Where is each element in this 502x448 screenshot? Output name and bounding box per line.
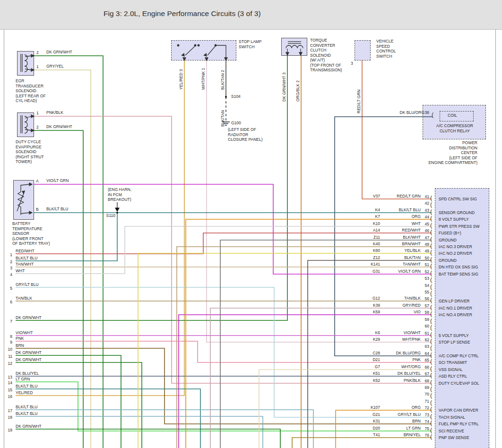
pcm-pin-connector: (	[430, 359, 432, 364]
wire-brn-wht	[177, 247, 432, 448]
splice-dot-s104	[225, 96, 227, 98]
wire-vertical-label: YEL/RED 3	[179, 69, 183, 90]
pcm-wire-color: BRN	[381, 419, 421, 423]
pcm-wire-color: PNK/BLK	[381, 378, 421, 383]
vss-caption: VEHICLE SPEED CONTROL SWITCH	[376, 39, 396, 59]
pcm-wire-color: ORG	[381, 405, 421, 410]
wire-vertical-label: RED/LT GRN	[356, 89, 361, 113]
stub-wire-label: BLK/LT BLU	[16, 405, 37, 409]
pcm-signal-name: DUTY CYL/EVAP SOL	[439, 381, 479, 386]
pcm-wire-color: WHT/PNK	[381, 337, 421, 342]
stub-wire-label: TAN/WHT	[16, 262, 34, 267]
pcm-signal-name: TACH SIGNAL	[439, 415, 465, 420]
wire-dk-grn-wht	[16, 429, 280, 448]
page-title: Fig 3: 2.0L, Engine Performance Circuits…	[104, 9, 261, 18]
stub-wire-label: DK GRN/WHT	[16, 350, 42, 355]
pcm-signal-name: IAC NO.4 DRIVER	[439, 312, 472, 317]
tcc-caption: TORQUE CONVERTER CLUTCH SOLENOID (W/ A/T…	[310, 38, 342, 73]
pcm-pin-connector: (	[430, 434, 432, 439]
pcm-pin-number: 55	[414, 290, 429, 294]
stub-wire-label: BRN	[16, 343, 24, 348]
pcm-pin-connector: (	[430, 277, 432, 283]
pcm-signal-name: BAT TEMP SENS SIG	[439, 272, 478, 276]
stub-number: 14	[3, 380, 12, 385]
duty-cycle-solenoid-box	[17, 112, 34, 137]
pcm-pin-connector: (	[430, 263, 432, 269]
pcm-pin-number: 59	[414, 317, 429, 322]
pcm-wire-color: ORG	[381, 214, 421, 219]
stub-number: 17	[3, 408, 12, 413]
wire-red-lt-grn	[362, 60, 432, 199]
pcm-pin-connector: (	[430, 386, 432, 392]
pcm-pin-connector: (	[430, 209, 432, 215]
bat-temp-pinA: A	[36, 179, 39, 183]
stop-lamp-switch-box	[171, 40, 236, 60]
pcm-pin-connector: (	[430, 332, 432, 337]
stub-wire-label: BLK/LT BLU	[16, 411, 37, 416]
stub-number: 2	[3, 259, 12, 264]
stub-number: 6	[3, 300, 12, 304]
pcm-wire-color: RED/LT GRN	[381, 194, 421, 198]
battery-temp-sensor-box	[13, 180, 34, 220]
stub-number: 9	[3, 340, 12, 345]
stub-number: 13	[3, 375, 12, 379]
relay-pin-connector: (	[432, 112, 433, 118]
egr-caption: EGR TRANSDUCER SOLENOID (LEFT REAR OF CY…	[16, 78, 46, 103]
wire-vertical-label: BLK/TAN	[220, 110, 225, 127]
egr-pin2: 2	[36, 50, 39, 55]
duty-pin2: 2	[36, 125, 39, 129]
pdc-caption: POWER DISTRIBUTION CENTER (LEFT SIDE OF …	[410, 140, 477, 165]
pcm-pin-connector: (	[430, 325, 432, 330]
duty-pin1: 1	[36, 111, 39, 115]
relay-caption: A/C COMPRESSOR CLUTCH RELAY	[425, 123, 484, 133]
bat-temp-pinB-wire-label: BLK/LT BLU	[46, 207, 68, 211]
pcm-signal-name: STOP LP SENSE	[439, 340, 470, 345]
pcm-signal-name: SCI RECEIVE	[439, 429, 464, 433]
pcm-signal-name: SPD CNTRL SW SIG	[439, 197, 477, 201]
wire-brn-yel	[292, 438, 432, 448]
pcm-signal-name: SENSOR GROUND	[439, 210, 475, 215]
pcm-circuit-id: K29	[354, 337, 380, 342]
pcm-circuit-id: K10	[354, 221, 380, 226]
pcm-wire-color: RED/WHT	[381, 228, 421, 233]
pcm-pin-connector: (	[430, 406, 432, 412]
vss-pin: 3	[351, 61, 353, 66]
stub-wire-label: DK GRN/WHT	[16, 315, 42, 320]
speed-control-switch-box	[355, 40, 371, 60]
relay-coil-label: COIL	[448, 113, 457, 118]
header-bar: Fig 3: 2.0L, Engine Performance Circuits…	[0, 0, 502, 30]
page-right-border	[495, 29, 496, 448]
pcm-signal-name: GROUND	[439, 258, 457, 263]
s110-label: S110	[96, 213, 115, 218]
bat-temp-pinA-wire-label: VIO/LT GRN	[46, 178, 69, 183]
pcm-signal-name: DN HTD OX SNS SIG	[439, 265, 478, 269]
pcm-pin-connector: (	[430, 379, 432, 385]
pcm-pin-connector: (	[430, 291, 432, 296]
pcm-signal-name: IAC NO.2 DRIVER	[439, 251, 472, 256]
pcm-wire-color: WHT/ORG	[381, 364, 421, 369]
pcm-wire-color: DK BLU/YEL	[381, 371, 421, 376]
pcm-wire-color: TAN/BLK	[381, 296, 421, 301]
duty-caption: DUTY CYCLE EVAP/PURGE SOLENOID (RIGHT ST…	[16, 139, 44, 164]
pcm-wire-color: YEL/BLK	[381, 248, 421, 253]
splice-dot-s110	[116, 212, 118, 214]
pcm-pin-connector: (	[430, 345, 432, 351]
pcm-circuit-id: K6	[354, 330, 380, 335]
pcm-wire-color: BRN/YEL	[381, 432, 421, 437]
pcm-signal-name: PNP SW SENSE	[439, 435, 469, 440]
pcm-signal-name: PWR STR PRESS SW	[439, 224, 479, 229]
stub-number: 5	[3, 286, 12, 291]
pcm-wire-color: DK BLU/ORG	[381, 351, 421, 355]
pcm-wire-color: BRN/WHT	[381, 241, 421, 246]
pcm-circuit-id: K40	[354, 241, 380, 246]
wire-dk-grn-wht	[16, 355, 121, 448]
tcc-solenoid-box	[281, 38, 307, 56]
egr-solenoid-box	[17, 51, 34, 76]
stub-wire-label: WHT	[16, 268, 25, 273]
pcm-wire-color: BLK/TAN	[381, 255, 421, 260]
g100-label: G100	[231, 121, 241, 125]
pcm-signal-name: VAPOR CAN DRIVER	[439, 408, 478, 413]
stub-number: 19	[3, 428, 12, 432]
stub-wire-label: GRY/LT BLU	[16, 282, 39, 287]
pcm-circuit-id: V37	[354, 194, 380, 198]
